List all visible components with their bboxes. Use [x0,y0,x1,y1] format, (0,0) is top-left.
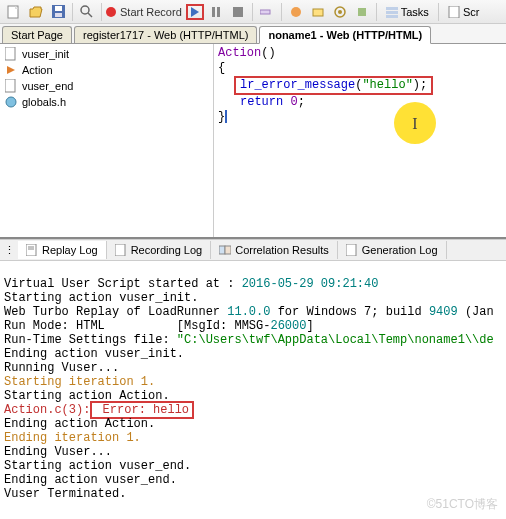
tool-button-3[interactable] [330,2,350,22]
tasks-icon [386,6,398,18]
stop-button[interactable] [228,2,248,22]
file-tabs-row: Start Page register1717 - Web (HTTP/HTML… [0,24,506,44]
sidebar-item-globals[interactable]: globals.h [2,94,211,110]
script-tree: vuser_init Action vuser_end globals.h [0,44,214,237]
svg-point-10 [291,7,301,17]
log-menu-button[interactable]: ⋮ [0,244,18,257]
sidebar-item-label: globals.h [22,96,66,108]
tool-button-4[interactable] [352,2,372,22]
svg-rect-14 [358,8,366,16]
zoom-button[interactable] [77,2,97,22]
open-button[interactable] [26,2,46,22]
svg-rect-7 [217,7,220,17]
log-tabs-row: ⋮ Replay Log Recording Log Correlation R… [0,239,506,261]
svg-rect-8 [233,7,243,17]
scr-label: Scr [463,6,480,18]
svg-point-21 [6,97,16,107]
svg-rect-17 [386,15,398,18]
script-icon [448,6,460,18]
svg-rect-19 [5,47,15,60]
file-icon [4,79,18,93]
code-editor[interactable]: Action() { lr_error_message("hello"); re… [214,44,506,237]
sidebar-item-action[interactable]: Action [2,62,211,78]
log-icon [346,244,358,256]
svg-point-13 [338,10,342,14]
tool-button-2[interactable] [308,2,328,22]
svg-rect-28 [346,244,356,256]
play-icon [191,7,199,17]
run-button[interactable] [186,4,204,20]
globe-icon [4,95,18,109]
text-cursor [225,110,227,123]
tool-button-1[interactable] [286,2,306,22]
record-icon [106,7,116,17]
svg-rect-16 [386,11,398,14]
action-dropdown[interactable] [257,2,277,22]
svg-rect-27 [225,246,231,254]
log-icon [115,244,127,256]
sidebar-item-label: vuser_init [22,48,69,60]
svg-rect-11 [313,9,323,16]
svg-line-5 [88,13,92,17]
svg-rect-25 [115,244,125,256]
svg-rect-22 [26,244,36,256]
new-dropdown-button[interactable] [4,2,24,22]
sidebar-item-label: Action [22,64,53,76]
svg-rect-18 [449,6,459,18]
save-button[interactable] [48,2,68,22]
tab-recording-log[interactable]: Recording Log [107,241,212,259]
watermark: ©51CTO博客 [427,496,498,513]
editor-area: vuser_init Action vuser_end globals.h Ac… [0,44,506,239]
pause-button[interactable] [206,2,226,22]
correlation-icon [219,244,231,256]
tab-register[interactable]: register1717 - Web (HTTP/HTML) [74,26,257,43]
svg-rect-26 [219,246,225,254]
scr-button[interactable]: Scr [443,2,485,22]
svg-point-4 [81,6,89,14]
tab-correlation-results[interactable]: Correlation Results [211,241,338,259]
tab-start-page[interactable]: Start Page [2,26,72,43]
action-icon [4,63,18,77]
svg-rect-6 [212,7,215,17]
svg-rect-15 [386,7,398,10]
svg-rect-9 [260,10,270,14]
tab-generation-log[interactable]: Generation Log [338,241,447,259]
svg-rect-20 [5,79,15,92]
log-icon [26,244,38,256]
svg-rect-3 [55,13,62,17]
sidebar-item-label: vuser_end [22,80,73,92]
tab-replay-log[interactable]: Replay Log [18,241,107,259]
file-icon [4,47,18,61]
start-record-label[interactable]: Start Record [118,6,184,18]
highlighted-code-line: lr_error_message("hello"); [234,76,433,95]
replay-log-output[interactable]: Virtual User Script started at : 2016-05… [0,261,506,503]
svg-rect-2 [55,6,62,11]
sidebar-item-vuser-end[interactable]: vuser_end [2,78,211,94]
main-toolbar: Start Record Tasks Scr [0,0,506,24]
tasks-button[interactable]: Tasks [381,2,434,22]
tasks-label: Tasks [401,6,429,18]
mouse-cursor-highlight [394,102,436,144]
tab-noname1[interactable]: noname1 - Web (HTTP/HTML) [259,26,431,44]
sidebar-item-vuser-init[interactable]: vuser_init [2,46,211,62]
